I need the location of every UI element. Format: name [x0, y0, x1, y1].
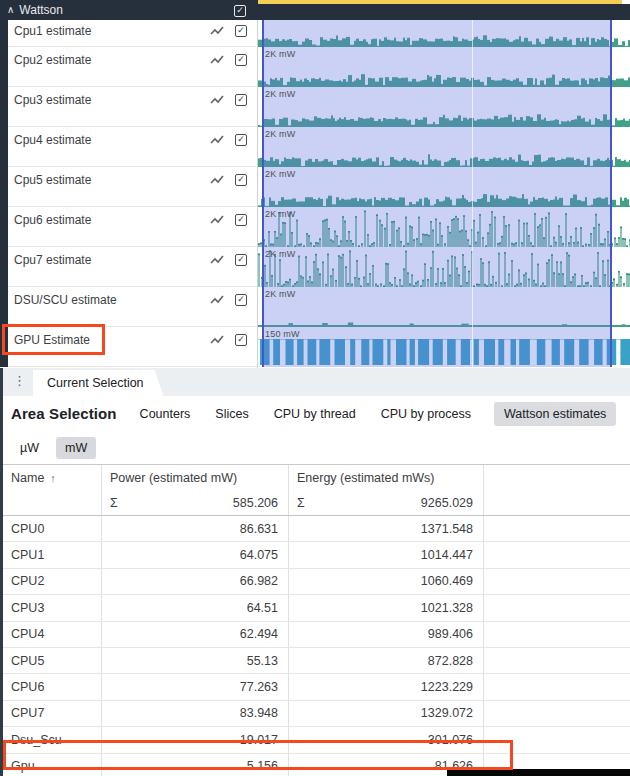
tab-current-selection[interactable]: Current Selection [33, 370, 164, 396]
line-chart-icon [210, 55, 225, 65]
panel-title: Area Selection [11, 405, 117, 422]
bottom-scroll-remnant [447, 769, 630, 776]
detail-tab-slices[interactable]: Slices [213, 402, 250, 426]
table-row-cpu7: CPU783.9481329.072 [3, 701, 630, 727]
track-name-row[interactable]: DSU/SCU estimate✓ [8, 287, 257, 327]
line-chart-icon [210, 95, 225, 105]
table-row-cpu0: CPU086.6311371.548 [3, 516, 630, 542]
track-checkbox[interactable]: ✓ [235, 294, 247, 306]
line-chart-icon [210, 295, 225, 305]
power-cell: 83.948 [101, 701, 288, 726]
energy-cell: 301.076 [288, 727, 483, 752]
track-scale-label: 150 mW [265, 329, 300, 339]
track-scale-label: 2K mW [265, 129, 296, 139]
energy-cell: 1014.447 [288, 542, 483, 567]
track-chart-area[interactable]: 2K mW2K mW2K mW2K mW2K mW2K mW2K mW150 m… [258, 20, 630, 368]
table-row-cpu3: CPU364.511021.328 [3, 595, 630, 621]
column-header-name[interactable]: Name ↑ [3, 465, 101, 490]
track-name-row[interactable]: Cpu1 estimate✓ [8, 20, 257, 47]
detail-tab-cpu-by-process[interactable]: CPU by process [379, 402, 473, 426]
unit-toggle-mw[interactable]: mW [56, 437, 96, 459]
filler-cell [483, 674, 630, 699]
energy-cell: 872.828 [288, 648, 483, 673]
track-name-row[interactable]: Cpu3 estimate✓ [8, 87, 257, 127]
energy-cell: 1223.229 [288, 674, 483, 699]
wattson-table: Name ↑ Power (estimated mW) Energy (esti… [3, 464, 630, 776]
energy-cell: 989.406 [288, 622, 483, 647]
unit-toggle-µw[interactable]: µW [11, 437, 48, 459]
track-name-label: Cpu6 estimate [14, 213, 200, 227]
track-name-label: DSU/SCU estimate [14, 293, 200, 307]
name-cell: CPU3 [3, 595, 101, 620]
filler-cell [483, 516, 630, 541]
track-checkbox[interactable]: ✓ [235, 334, 247, 346]
track-scale-label: 2K mW [265, 169, 296, 179]
minimap-end [622, 0, 630, 4]
table-row-cpu4: CPU462.494989.406 [3, 622, 630, 648]
track-name-label: GPU Estimate [14, 333, 200, 347]
panel-menu-icon[interactable]: ⋮ [13, 374, 26, 387]
filler-cell [483, 727, 630, 752]
track-checkbox[interactable]: ✓ [235, 94, 247, 106]
table-row-cpu5: CPU555.13872.828 [3, 648, 630, 674]
track-group-header: ∧ Wattson ✓ [0, 0, 630, 20]
name-cell: Gpu [3, 754, 101, 776]
line-chart-icon [210, 26, 225, 36]
line-chart-icon [210, 175, 225, 185]
track-name-panel: Cpu1 estimate✓Cpu2 estimate✓Cpu3 estimat… [0, 20, 258, 368]
track-checkbox[interactable]: ✓ [235, 54, 247, 66]
track-checkbox[interactable]: ✓ [235, 174, 247, 186]
energy-total-cell: Σ 9265.029 [288, 490, 483, 515]
track-name-label: Cpu3 estimate [14, 93, 200, 107]
power-cell: 77.263 [101, 674, 288, 699]
track-name-row[interactable]: Cpu4 estimate✓ [8, 127, 257, 167]
power-cell: 86.631 [101, 516, 288, 541]
track-name-row[interactable]: Cpu5 estimate✓ [8, 167, 257, 207]
details-panel: ⋮ Current Selection Area Selection Count… [0, 368, 630, 776]
track-name-row[interactable]: GPU Estimate✓ [8, 327, 257, 367]
power-cell: 64.51 [101, 595, 288, 620]
track-checkbox[interactable]: ✓ [235, 134, 247, 146]
table-header-row: Name ↑ Power (estimated mW) Energy (esti… [3, 465, 630, 490]
line-chart-icon [210, 215, 225, 225]
energy-cell: 1060.469 [288, 569, 483, 594]
track-name-label: Cpu7 estimate [14, 253, 200, 267]
track-checkbox[interactable]: ✓ [235, 214, 247, 226]
area-selection-overlay[interactable] [262, 20, 612, 367]
table-sum-row: Σ 585.206 Σ 9265.029 [3, 490, 630, 516]
power-total-cell: Σ 585.206 [101, 490, 288, 515]
energy-cell: 1329.072 [288, 701, 483, 726]
name-cell: CPU7 [3, 701, 101, 726]
group-checkbox[interactable]: ✓ [234, 5, 246, 17]
power-cell: 55.13 [101, 648, 288, 673]
filler-cell [483, 542, 630, 567]
power-cell: 66.982 [101, 569, 288, 594]
name-cell: CPU5 [3, 648, 101, 673]
track-name-label: Cpu4 estimate [14, 133, 200, 147]
track-name-row[interactable]: Cpu7 estimate✓ [8, 247, 257, 287]
detail-tab-counters[interactable]: Counters [138, 402, 193, 426]
track-checkbox[interactable]: ✓ [235, 254, 247, 266]
track-scale-label: 2K mW [265, 89, 296, 99]
area-selection-bar: Area Selection CountersSlicesCPU by thre… [3, 396, 630, 431]
minimap-strip[interactable] [258, 0, 622, 4]
track-name-row[interactable]: Cpu2 estimate✓ [8, 47, 257, 87]
column-header-power[interactable]: Power (estimated mW) [101, 465, 288, 490]
energy-cell: 1021.328 [288, 595, 483, 620]
sort-ascending-icon: ↑ [50, 472, 56, 484]
detail-tab-cpu-by-thread[interactable]: CPU by thread [272, 402, 358, 426]
power-cell: 19.017 [101, 727, 288, 752]
detail-tab-wattson-estimates[interactable]: Wattson estimates [494, 402, 616, 426]
sigma-icon: Σ [297, 496, 305, 510]
column-header-energy[interactable]: Energy (estimated mWs) [288, 465, 483, 490]
collapse-caret-icon[interactable]: ∧ [7, 5, 14, 15]
wattson-group-header[interactable]: ∧ Wattson ✓ [0, 0, 258, 20]
track-checkbox[interactable]: ✓ [235, 25, 247, 37]
filler-cell [483, 595, 630, 620]
track-name-row[interactable]: Cpu6 estimate✓ [8, 207, 257, 247]
name-cell: CPU0 [3, 516, 101, 541]
group-indicator-bar [0, 20, 8, 367]
filler-cell [483, 701, 630, 726]
name-cell: CPU6 [3, 674, 101, 699]
track-scale-label: 2K mW [265, 209, 296, 219]
